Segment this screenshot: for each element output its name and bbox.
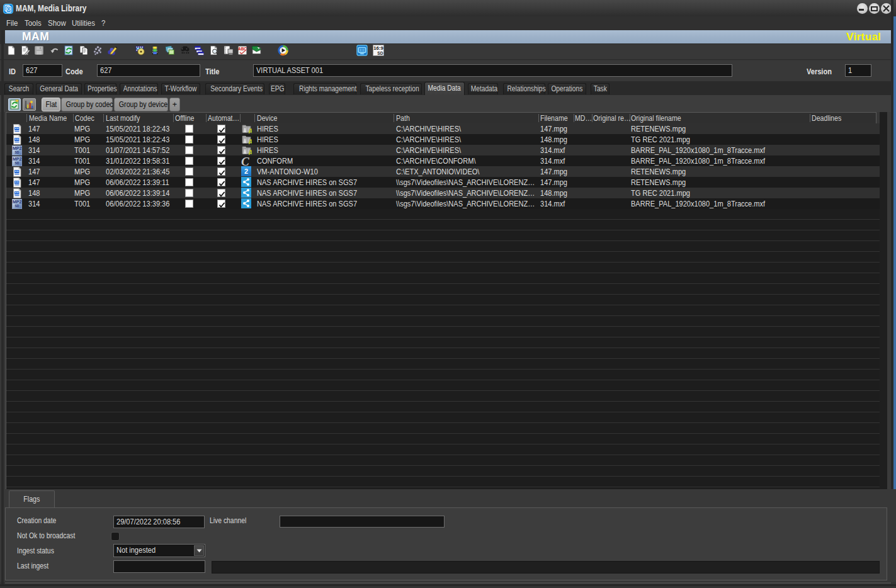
- svg-text:A: A: [249, 139, 252, 145]
- svg-text:A: A: [249, 128, 252, 135]
- svg-text:SD: SD: [377, 51, 383, 55]
- svg-text:ABC: ABC: [238, 47, 247, 51]
